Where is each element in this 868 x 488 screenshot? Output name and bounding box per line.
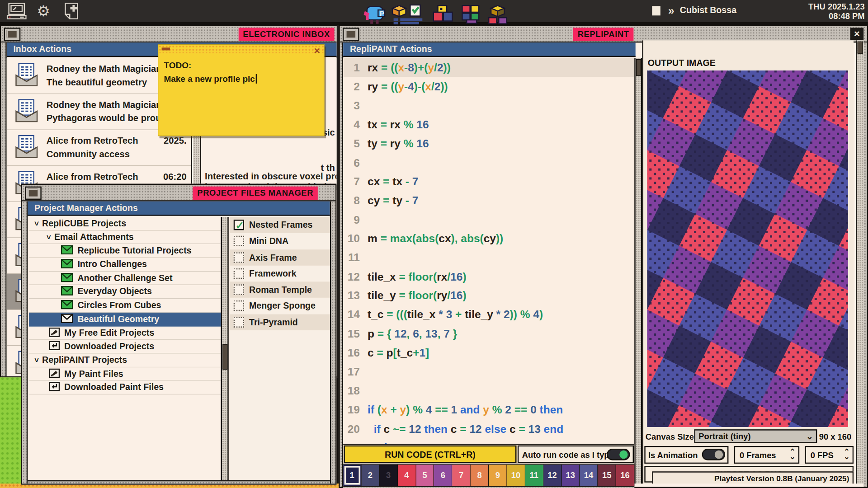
palette-color-14[interactable]: 14 bbox=[580, 465, 598, 486]
file-checkbox[interactable] bbox=[234, 268, 244, 279]
project-tree-item[interactable]: Downloaded Projects bbox=[29, 340, 221, 353]
close-button[interactable]: ✕ bbox=[850, 28, 863, 40]
code-line[interactable]: 15p = { 12, 6, 13, 7 } bbox=[343, 324, 634, 343]
palette-color-11[interactable]: 11 bbox=[525, 465, 543, 486]
palette-color-4[interactable]: 4 bbox=[398, 465, 416, 486]
code-line[interactable]: 16c = p[t_c+1] bbox=[343, 343, 634, 362]
minimize-icon[interactable] bbox=[162, 47, 170, 50]
sticky-note[interactable]: ✕ TODO: Make a new profile pic​ bbox=[158, 44, 325, 136]
voxel-stack-app-icon[interactable] bbox=[431, 5, 456, 27]
code-scrollbar[interactable] bbox=[634, 58, 642, 484]
project-tree-item[interactable]: My Paint Files bbox=[29, 367, 221, 381]
code-line[interactable]: 9 bbox=[343, 210, 634, 229]
chevron-down-icon[interactable]: ˅ bbox=[34, 353, 42, 366]
code-line[interactable]: 21end bbox=[343, 438, 634, 444]
fps-stepper[interactable]: ⌃⌄ bbox=[844, 449, 849, 459]
project-tree-item[interactable]: Another Challenge Set bbox=[29, 272, 221, 285]
code-line[interactable]: 19if (x + y) % 4 == 1 and y % 2 == 0 the… bbox=[343, 400, 634, 419]
code-line[interactable]: 7cx = tx - 7 bbox=[343, 172, 634, 191]
sticky-note-header[interactable] bbox=[158, 45, 324, 53]
project-tasks-app-icon[interactable] bbox=[392, 5, 427, 27]
skip-icon[interactable]: » bbox=[668, 5, 675, 17]
file-list-item[interactable]: Framework bbox=[230, 266, 330, 282]
palette-color-15[interactable]: 15 bbox=[598, 465, 616, 486]
settings-gear-icon[interactable]: ⚙ bbox=[37, 3, 50, 19]
code-editor[interactable]: 1rx = ((x-8)+(y/2))2ry = ((y-4)-(x/2))34… bbox=[343, 58, 634, 444]
stop-icon[interactable] bbox=[652, 6, 660, 15]
computer-icon[interactable] bbox=[7, 3, 27, 22]
project-manager-menu[interactable]: Project Manager Actions bbox=[28, 202, 330, 216]
project-tree-item[interactable]: Beautiful Geometry bbox=[29, 313, 221, 326]
palette-color-10[interactable]: 10 bbox=[507, 465, 525, 486]
window-control-icon[interactable] bbox=[4, 28, 21, 41]
project-tree-scrollbar[interactable] bbox=[221, 217, 229, 480]
project-tree-item[interactable]: ˅Email Attachments bbox=[29, 230, 221, 244]
palette-color-1[interactable]: 1 bbox=[343, 465, 361, 486]
window-control-icon[interactable] bbox=[343, 28, 359, 41]
output-scrollbar-handle[interactable] bbox=[858, 42, 863, 54]
file-list-item[interactable]: ✓Nested Frames bbox=[230, 217, 330, 233]
palette-color-8[interactable]: 8 bbox=[471, 465, 489, 486]
project-tree-item[interactable]: Downloaded Paint Files bbox=[29, 381, 221, 394]
project-tree-item[interactable]: My Free Edit Projects bbox=[29, 326, 221, 340]
run-code-button[interactable]: RUN CODE (CTRL+R) bbox=[344, 446, 516, 463]
code-scrollbar-handle[interactable] bbox=[636, 59, 641, 76]
arrow-down-icon[interactable]: ⌄ bbox=[844, 453, 849, 461]
frames-stepper[interactable]: ⌃⌄ bbox=[789, 449, 795, 459]
chevron-down-icon[interactable]: ˅ bbox=[47, 230, 54, 244]
project-tree-item[interactable]: ˅RepliPAINT Projects bbox=[29, 353, 221, 367]
window-control-icon[interactable] bbox=[25, 187, 42, 200]
output-scrollbar[interactable] bbox=[856, 40, 863, 483]
code-line[interactable]: 3 bbox=[343, 96, 634, 115]
chevron-down-icon[interactable]: ˅ bbox=[34, 217, 42, 230]
code-line[interactable]: 8cy = ty - 7 bbox=[343, 191, 634, 210]
palette-color-2[interactable]: 2 bbox=[361, 465, 379, 486]
replipaint-menu[interactable]: RepliPAINT Actions bbox=[343, 42, 636, 57]
sticky-note-body[interactable]: Make a new profile pic​ bbox=[164, 74, 256, 84]
project-manager-titlebar[interactable]: PROJECT FILES MANAGER bbox=[22, 185, 335, 202]
canvas-size-dropdown[interactable]: Portrait (tiny) ⌄ bbox=[694, 429, 817, 443]
file-checkbox[interactable] bbox=[234, 285, 244, 295]
file-checkbox[interactable]: ✓ bbox=[234, 220, 244, 230]
file-list-item[interactable]: Roman Temple bbox=[230, 282, 330, 298]
file-checkbox[interactable] bbox=[234, 252, 244, 263]
palette-color-9[interactable]: 9 bbox=[489, 465, 507, 486]
code-line[interactable]: 17 bbox=[343, 362, 634, 381]
code-line[interactable]: 18 bbox=[343, 381, 634, 400]
paint-mailbox-app-icon[interactable]: P bbox=[362, 5, 388, 27]
palette-color-7[interactable]: 7 bbox=[453, 465, 471, 486]
project-tree-item[interactable]: ˅RepliCUBE Projects bbox=[29, 217, 221, 230]
file-checkbox[interactable] bbox=[234, 300, 244, 311]
code-line[interactable]: 1rx = ((x-8)+(y/2)) bbox=[343, 58, 634, 77]
auto-run-toggle[interactable] bbox=[607, 449, 630, 460]
arrow-down-icon[interactable]: ⌄ bbox=[789, 453, 795, 461]
code-line[interactable]: 4tx = rx % 16 bbox=[343, 115, 634, 134]
file-list-item[interactable]: Axis Frame bbox=[230, 249, 330, 266]
palette-color-5[interactable]: 5 bbox=[416, 465, 434, 486]
palette-color-13[interactable]: 13 bbox=[561, 465, 580, 486]
code-line[interactable]: 5ty = ry % 16 bbox=[343, 134, 634, 153]
code-line[interactable]: 11 bbox=[343, 248, 634, 267]
project-tree-item[interactable]: Intro Challenges bbox=[29, 258, 221, 272]
new-document-icon[interactable] bbox=[64, 3, 79, 22]
code-line[interactable]: 13tile_y = floor(ry/16) bbox=[343, 286, 634, 305]
palette-color-6[interactable]: 6 bbox=[434, 465, 452, 486]
code-line[interactable]: 2ry = ((y-4)-(x/2)) bbox=[343, 77, 634, 96]
palette-color-3[interactable]: 3 bbox=[380, 465, 398, 486]
palette-color-16[interactable]: 16 bbox=[616, 465, 634, 486]
project-tree-item[interactable]: Everyday Objects bbox=[29, 285, 221, 299]
paint-cubes-app-icon[interactable] bbox=[459, 5, 484, 27]
code-line[interactable]: 6 bbox=[343, 153, 634, 172]
tree-scrollbar-handle[interactable] bbox=[222, 344, 227, 370]
file-list-item[interactable]: Mini DNA bbox=[230, 233, 330, 249]
code-line[interactable]: 20 if c ~= 12 then c = 12 else c = 13 en… bbox=[343, 419, 634, 438]
is-animation-toggle[interactable] bbox=[702, 449, 725, 460]
file-list-item[interactable]: Menger Sponge bbox=[230, 298, 330, 314]
file-checkbox[interactable] bbox=[234, 236, 244, 246]
close-icon[interactable]: ✕ bbox=[314, 46, 321, 56]
cube-pair-app-icon[interactable] bbox=[486, 5, 509, 27]
file-list-item[interactable]: Tri-Pyramid bbox=[230, 314, 330, 330]
project-tree-item[interactable]: Circles From Cubes bbox=[29, 299, 221, 312]
code-line[interactable]: 12tile_x = floor(rx/16) bbox=[343, 267, 634, 286]
file-checkbox[interactable] bbox=[234, 317, 244, 327]
